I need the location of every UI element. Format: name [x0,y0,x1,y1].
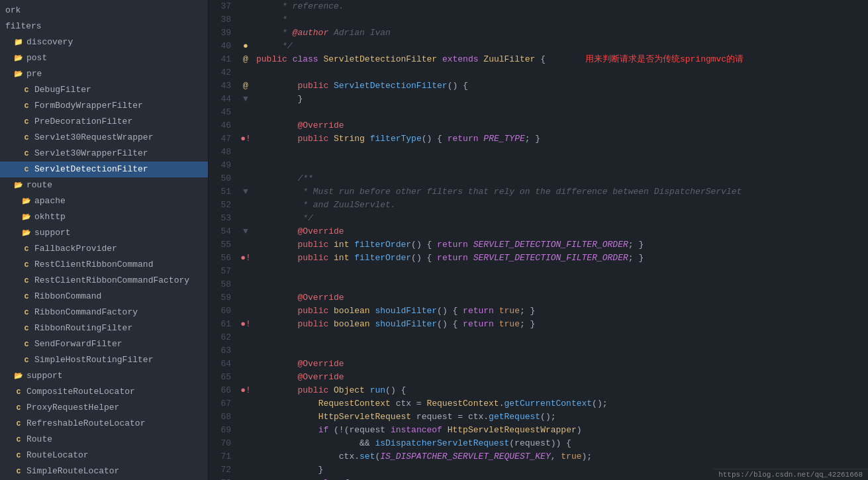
predecorationfilter-label: PreDecorationFilter [34,115,132,128]
sidebar-item-compositeroutelocator[interactable]: C CompositeRouteLocator [0,384,208,400]
code-line-58: 58 [209,278,868,291]
sidebar-item-predecorationfilter[interactable]: C PreDecorationFilter [0,114,208,130]
sidebar-item-formbodywrapperfilter[interactable]: C FormBodyWrapperFilter [0,98,208,114]
sidebar-item-routelocator[interactable]: C RouteLocator [0,448,208,463]
sidebar-item-route[interactable]: 📂 route [0,177,208,193]
sidebar-item-ribboncommandfactory[interactable]: C RibbonCommandFactory [0,305,208,320]
class-icon: C [21,117,32,127]
sidebar-item-discovery[interactable]: 📁 discovery [0,34,208,50]
sidebar-item-restclientribboncommandfactory[interactable]: C RestClientRibbonCommandFactory [0,273,208,289]
class-icon: C [21,323,32,334]
route-label: route [26,179,52,192]
sidebar-item-filters[interactable]: filters [0,19,208,34]
code-line-46: 46 @Override [209,119,868,132]
ribboncommand-label: RibbonCommand [34,290,101,303]
code-line-54: 54 ▼ @Override [209,225,868,238]
sidebar-item-debugfilter[interactable]: C DebugFilter [0,82,208,98]
class-icon: C [13,450,24,461]
ork-label: ork [5,4,21,17]
code-line-66: 66 ●! public Object run() { [209,384,868,397]
sidebar-item-simplehosroutingfilter[interactable]: C SimpleHostRoutingFilter [0,352,208,368]
code-line-42: 42 [209,66,868,79]
servletdetectionfilter-label: ServletDetectionFilter [34,163,148,176]
sidebar-item-pre[interactable]: 📂 pre [0,66,208,82]
class-icon: C [21,101,32,111]
code-line-62: 62 [209,331,868,344]
class-icon: C [13,418,24,429]
class-icon: C [13,466,24,477]
sendforwardfilter-label: SendForwardFilter [34,338,122,351]
sidebar-item-simpleroutelocator[interactable]: C SimpleRouteLocator [0,463,208,479]
code-line-59: 59 @Override [209,291,868,305]
sidebar-item-ribboncommand[interactable]: C RibbonCommand [0,289,208,305]
sidebar-item-refreshableroutelocator[interactable]: C RefreshableRouteLocator [0,416,208,432]
sidebar-item-servlet30requestwrapper[interactable]: C Servlet30RequestWrapper [0,130,208,146]
discovery-label: discovery [26,36,73,49]
code-line-37: 37 * reference. [209,0,868,13]
code-line-64: 64 @Override [209,358,868,371]
pre-label: pre [26,68,42,81]
code-line-38: 38 * [209,13,868,26]
status-url: https://blog.csdn.net/qq_42261668 [713,469,868,480]
code-line-67: 67 RequestContext ctx = RequestContext.g… [209,397,868,410]
folder-icon: 📂 [21,228,32,238]
class-icon: C [21,275,32,286]
sidebar-item-servlet30wrapperfilter[interactable]: C Servlet30WrapperFilter [0,146,208,162]
class-icon: C [13,434,24,445]
code-line-40: 40 ● */ [209,40,868,53]
class-icon: C [21,260,32,270]
code-line-43: 43 @ public ServletDetectionFilter() { [209,79,868,93]
simplehostworkingfilter-label: SimpleHostRoutingFilter [34,354,153,367]
restclientribboncommandfactory-label: RestClientRibbonCommandFactory [34,274,189,287]
package-icon: 📁 [13,37,24,48]
code-line-65: 65 @Override [209,371,868,384]
sidebar-item-okhttp[interactable]: 📂 okhttp [0,209,208,225]
code-line-47: 47 ●! public String filterType() { retur… [209,132,868,146]
debugfilter-label: DebugFilter [34,83,91,97]
simpleroutelocator-label: SimpleRouteLocator [26,465,119,478]
sidebar-item-ribbonroutingfilter[interactable]: C RibbonRoutingFilter [0,320,208,336]
filters-label: filters [5,20,42,33]
ribboncommandfactory-label: RibbonCommandFactory [34,306,138,319]
proxyrequesthelper-label: ProxyRequestHelper [26,401,119,414]
sidebar-item-route[interactable]: C Route [0,432,208,448]
sidebar-item-post[interactable]: 📂 post [0,50,208,66]
formbodywrapperfilter-label: FormBodyWrapperFilter [34,99,143,113]
sidebar-item-fallbackprovider[interactable]: C FallbackProvider [0,241,208,257]
folder-icon: 📂 [21,212,32,222]
class-icon: C [21,132,32,143]
code-line-71: 71 ctx.set(IS_DISPATCHER_SERVLET_REQUEST… [209,450,868,463]
sidebar-item-proxyrequesthelper[interactable]: C ProxyRequestHelper [0,400,208,416]
code-table: 37 * reference. 38 * 39 * @author Adrian… [209,0,868,480]
code-line-61: 61 ●! public boolean shouldFilter() { re… [209,318,868,331]
code-line-49: 49 [209,159,868,172]
code-editor: 37 * reference. 38 * 39 * @author Adrian… [209,0,868,480]
sidebar-item-ork[interactable]: ork [0,3,208,19]
ribbonroutingfilter-label: RibbonRoutingFilter [34,322,132,335]
sidebar-item-servletdetectionfilter[interactable]: C ServletDetectionFilter [0,162,208,177]
sidebar-item-restclientribboncommand[interactable]: C RestClientRibbonCommand [0,257,208,273]
code-line-69: 69 if (!(request instanceof HttpServletR… [209,424,868,437]
route2-label: Route [26,433,52,446]
routelocator-label: RouteLocator [26,449,89,462]
class-icon: C [21,148,32,159]
servlet30requestwrapper-label: Servlet30RequestWrapper [34,131,153,144]
class-icon: C [21,291,32,302]
code-line-44: 44 ▼ } [209,93,868,106]
sidebar-item-support2[interactable]: 📂 support [0,368,208,384]
code-line-50: 50 /** [209,172,868,185]
sidebar-item-sendforwardfilter[interactable]: C SendForwardFilter [0,336,208,352]
restclientribboncommand-label: RestClientRibbonCommand [34,258,153,271]
code-line-39: 39 * @author Adrian Ivan [209,26,868,40]
code-line-57: 57 [209,265,868,278]
class-icon: C [13,387,24,397]
folder-icon: 📂 [13,69,24,79]
sidebar-item-support[interactable]: 📂 support [0,225,208,241]
class-icon: C [21,164,32,175]
okhttp-label: okhttp [34,211,66,224]
code-line-63: 63 [209,344,868,358]
folder-icon: 📂 [13,371,24,381]
code-line-53: 53 */ [209,212,868,225]
apache-label: apache [34,195,66,208]
sidebar-item-apache[interactable]: 📂 apache [0,193,208,209]
